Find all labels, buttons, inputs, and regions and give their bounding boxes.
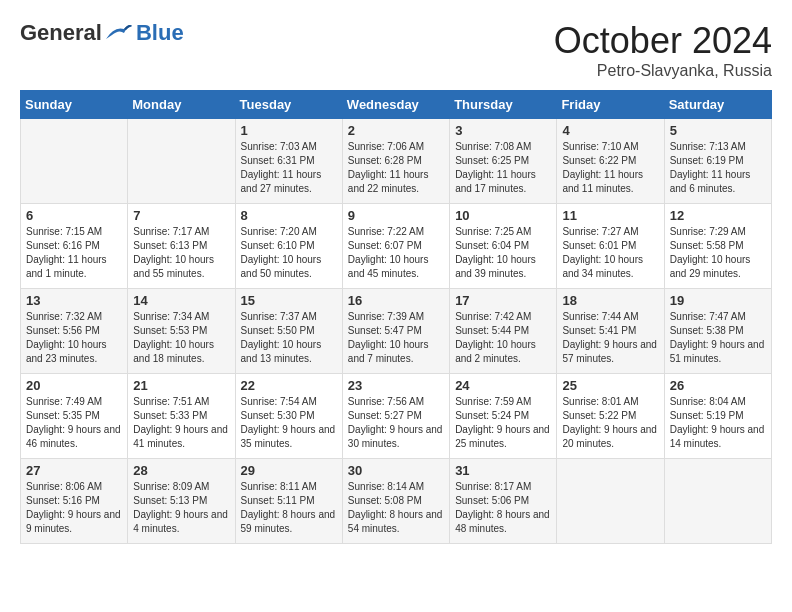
cell-info: Sunrise: 8:01 AMSunset: 5:22 PMDaylight:… <box>562 396 657 449</box>
calendar-cell: 19Sunrise: 7:47 AMSunset: 5:38 PMDayligh… <box>664 289 771 374</box>
calendar-cell: 5Sunrise: 7:13 AMSunset: 6:19 PMDaylight… <box>664 119 771 204</box>
day-number: 24 <box>455 378 551 393</box>
calendar-cell: 2Sunrise: 7:06 AMSunset: 6:28 PMDaylight… <box>342 119 449 204</box>
cell-info: Sunrise: 7:37 AMSunset: 5:50 PMDaylight:… <box>241 311 322 364</box>
calendar-cell: 14Sunrise: 7:34 AMSunset: 5:53 PMDayligh… <box>128 289 235 374</box>
calendar-cell: 30Sunrise: 8:14 AMSunset: 5:08 PMDayligh… <box>342 459 449 544</box>
cell-info: Sunrise: 7:34 AMSunset: 5:53 PMDaylight:… <box>133 311 214 364</box>
weekday-header-sunday: Sunday <box>21 91 128 119</box>
cell-info: Sunrise: 7:27 AMSunset: 6:01 PMDaylight:… <box>562 226 643 279</box>
cell-info: Sunrise: 8:11 AMSunset: 5:11 PMDaylight:… <box>241 481 336 534</box>
day-number: 31 <box>455 463 551 478</box>
calendar-cell: 17Sunrise: 7:42 AMSunset: 5:44 PMDayligh… <box>450 289 557 374</box>
calendar-cell: 4Sunrise: 7:10 AMSunset: 6:22 PMDaylight… <box>557 119 664 204</box>
day-number: 28 <box>133 463 229 478</box>
cell-info: Sunrise: 7:13 AMSunset: 6:19 PMDaylight:… <box>670 141 751 194</box>
calendar-cell: 20Sunrise: 7:49 AMSunset: 5:35 PMDayligh… <box>21 374 128 459</box>
calendar-cell <box>557 459 664 544</box>
calendar-cell: 12Sunrise: 7:29 AMSunset: 5:58 PMDayligh… <box>664 204 771 289</box>
cell-info: Sunrise: 7:03 AMSunset: 6:31 PMDaylight:… <box>241 141 322 194</box>
day-number: 19 <box>670 293 766 308</box>
week-row-3: 13Sunrise: 7:32 AMSunset: 5:56 PMDayligh… <box>21 289 772 374</box>
cell-info: Sunrise: 7:06 AMSunset: 6:28 PMDaylight:… <box>348 141 429 194</box>
calendar-cell: 6Sunrise: 7:15 AMSunset: 6:16 PMDaylight… <box>21 204 128 289</box>
day-number: 4 <box>562 123 658 138</box>
weekday-header-row: SundayMondayTuesdayWednesdayThursdayFrid… <box>21 91 772 119</box>
calendar-table: SundayMondayTuesdayWednesdayThursdayFrid… <box>20 90 772 544</box>
day-number: 16 <box>348 293 444 308</box>
cell-info: Sunrise: 7:56 AMSunset: 5:27 PMDaylight:… <box>348 396 443 449</box>
cell-info: Sunrise: 8:06 AMSunset: 5:16 PMDaylight:… <box>26 481 121 534</box>
weekday-header-saturday: Saturday <box>664 91 771 119</box>
day-number: 22 <box>241 378 337 393</box>
calendar-cell: 27Sunrise: 8:06 AMSunset: 5:16 PMDayligh… <box>21 459 128 544</box>
day-number: 27 <box>26 463 122 478</box>
calendar-cell: 29Sunrise: 8:11 AMSunset: 5:11 PMDayligh… <box>235 459 342 544</box>
calendar-cell: 15Sunrise: 7:37 AMSunset: 5:50 PMDayligh… <box>235 289 342 374</box>
cell-info: Sunrise: 7:15 AMSunset: 6:16 PMDaylight:… <box>26 226 107 279</box>
cell-info: Sunrise: 7:49 AMSunset: 5:35 PMDaylight:… <box>26 396 121 449</box>
cell-info: Sunrise: 7:59 AMSunset: 5:24 PMDaylight:… <box>455 396 550 449</box>
day-number: 17 <box>455 293 551 308</box>
week-row-5: 27Sunrise: 8:06 AMSunset: 5:16 PMDayligh… <box>21 459 772 544</box>
calendar-cell: 3Sunrise: 7:08 AMSunset: 6:25 PMDaylight… <box>450 119 557 204</box>
day-number: 14 <box>133 293 229 308</box>
week-row-4: 20Sunrise: 7:49 AMSunset: 5:35 PMDayligh… <box>21 374 772 459</box>
day-number: 8 <box>241 208 337 223</box>
cell-info: Sunrise: 7:10 AMSunset: 6:22 PMDaylight:… <box>562 141 643 194</box>
day-number: 11 <box>562 208 658 223</box>
cell-info: Sunrise: 8:14 AMSunset: 5:08 PMDaylight:… <box>348 481 443 534</box>
cell-info: Sunrise: 7:42 AMSunset: 5:44 PMDaylight:… <box>455 311 536 364</box>
cell-info: Sunrise: 8:17 AMSunset: 5:06 PMDaylight:… <box>455 481 550 534</box>
calendar-cell <box>664 459 771 544</box>
calendar-cell: 10Sunrise: 7:25 AMSunset: 6:04 PMDayligh… <box>450 204 557 289</box>
day-number: 9 <box>348 208 444 223</box>
logo-general: General <box>20 20 102 46</box>
day-number: 12 <box>670 208 766 223</box>
day-number: 7 <box>133 208 229 223</box>
day-number: 30 <box>348 463 444 478</box>
day-number: 25 <box>562 378 658 393</box>
cell-info: Sunrise: 7:54 AMSunset: 5:30 PMDaylight:… <box>241 396 336 449</box>
cell-info: Sunrise: 7:32 AMSunset: 5:56 PMDaylight:… <box>26 311 107 364</box>
calendar-cell: 9Sunrise: 7:22 AMSunset: 6:07 PMDaylight… <box>342 204 449 289</box>
calendar-cell: 18Sunrise: 7:44 AMSunset: 5:41 PMDayligh… <box>557 289 664 374</box>
cell-info: Sunrise: 8:04 AMSunset: 5:19 PMDaylight:… <box>670 396 765 449</box>
calendar-cell: 25Sunrise: 8:01 AMSunset: 5:22 PMDayligh… <box>557 374 664 459</box>
day-number: 15 <box>241 293 337 308</box>
calendar-cell: 21Sunrise: 7:51 AMSunset: 5:33 PMDayligh… <box>128 374 235 459</box>
week-row-1: 1Sunrise: 7:03 AMSunset: 6:31 PMDaylight… <box>21 119 772 204</box>
calendar-cell: 1Sunrise: 7:03 AMSunset: 6:31 PMDaylight… <box>235 119 342 204</box>
day-number: 20 <box>26 378 122 393</box>
day-number: 18 <box>562 293 658 308</box>
cell-info: Sunrise: 7:47 AMSunset: 5:38 PMDaylight:… <box>670 311 765 364</box>
calendar-cell: 22Sunrise: 7:54 AMSunset: 5:30 PMDayligh… <box>235 374 342 459</box>
page-header: General Blue October 2024 Petro-Slavyank… <box>20 20 772 80</box>
calendar-cell: 26Sunrise: 8:04 AMSunset: 5:19 PMDayligh… <box>664 374 771 459</box>
calendar-cell: 7Sunrise: 7:17 AMSunset: 6:13 PMDaylight… <box>128 204 235 289</box>
day-number: 2 <box>348 123 444 138</box>
day-number: 6 <box>26 208 122 223</box>
cell-info: Sunrise: 7:51 AMSunset: 5:33 PMDaylight:… <box>133 396 228 449</box>
calendar-cell: 16Sunrise: 7:39 AMSunset: 5:47 PMDayligh… <box>342 289 449 374</box>
day-number: 1 <box>241 123 337 138</box>
cell-info: Sunrise: 7:08 AMSunset: 6:25 PMDaylight:… <box>455 141 536 194</box>
weekday-header-wednesday: Wednesday <box>342 91 449 119</box>
logo: General Blue <box>20 20 184 46</box>
calendar-cell: 23Sunrise: 7:56 AMSunset: 5:27 PMDayligh… <box>342 374 449 459</box>
calendar-cell: 8Sunrise: 7:20 AMSunset: 6:10 PMDaylight… <box>235 204 342 289</box>
weekday-header-monday: Monday <box>128 91 235 119</box>
cell-info: Sunrise: 7:22 AMSunset: 6:07 PMDaylight:… <box>348 226 429 279</box>
logo-blue: Blue <box>136 20 184 46</box>
month-title: October 2024 <box>554 20 772 62</box>
calendar-cell: 13Sunrise: 7:32 AMSunset: 5:56 PMDayligh… <box>21 289 128 374</box>
day-number: 26 <box>670 378 766 393</box>
weekday-header-friday: Friday <box>557 91 664 119</box>
cell-info: Sunrise: 7:25 AMSunset: 6:04 PMDaylight:… <box>455 226 536 279</box>
location-title: Petro-Slavyanka, Russia <box>554 62 772 80</box>
day-number: 23 <box>348 378 444 393</box>
day-number: 3 <box>455 123 551 138</box>
day-number: 10 <box>455 208 551 223</box>
weekday-header-tuesday: Tuesday <box>235 91 342 119</box>
week-row-2: 6Sunrise: 7:15 AMSunset: 6:16 PMDaylight… <box>21 204 772 289</box>
